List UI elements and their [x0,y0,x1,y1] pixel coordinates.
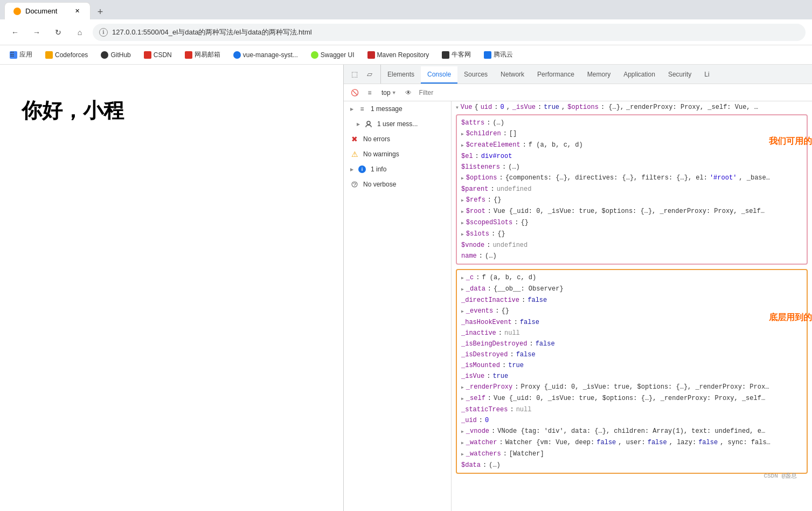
tab-network[interactable]: Network [494,66,531,84]
bookmark-label: GitHub [110,51,130,59]
expand-vnode-icon[interactable] [461,427,464,437]
prop-isbeingdestroyed: _isBeingDestroyed: false [457,339,807,349]
gap [452,266,812,268]
bookmark-label: CSDN [154,51,172,59]
expand-root-icon[interactable] [461,207,464,217]
expand-self-icon[interactable] [461,394,464,404]
new-tab-button[interactable]: + [93,4,108,19]
sidebar-item-errors[interactable]: ✖ No errors [344,132,451,147]
security-icon: ℹ [99,28,108,37]
prop-scopedslots: $scopedSlots: {} [457,217,807,229]
console-sidebar: ≡ 1 message 1 user mess... ✖ No errors [344,101,452,511]
tab-more[interactable]: Li [698,66,716,84]
toggle-sidebar-button[interactable]: ≡ [363,86,376,99]
tab-sources[interactable]: Sources [457,66,494,84]
messages-label: 1 message [371,105,402,113]
vue-icon [233,51,241,59]
expand-c-icon[interactable] [461,273,464,283]
expand-refs-icon[interactable] [461,196,464,205]
console-messages: Vue { uid: 0, _isVue: true, $options: {…… [452,101,812,511]
prop-c: _c: f (a, b, c, d) [457,272,807,284]
bookmark-swagger[interactable]: Swagger UI [308,50,358,60]
maven-icon [367,51,375,59]
bookmark-vue-manage[interactable]: vue-manage-syst... [230,50,301,60]
expand-watcher-icon[interactable] [461,438,464,448]
sidebar-item-info[interactable]: i 1 info [344,162,451,177]
context-selector[interactable]: top ▼ [378,88,400,98]
tab-security[interactable]: Security [662,66,698,84]
box2-annotation: 底层用到的 [769,312,812,323]
prop-inactive: _inactive: null [457,328,807,339]
tab-elements[interactable]: Elements [381,66,421,84]
active-tab[interactable]: Document ✕ [4,2,91,19]
prop-refs: $refs: {} [457,195,807,206]
prop-listeners: $listeners: (…) [457,162,807,172]
expand-createelement-icon[interactable] [461,141,464,150]
tencent-icon [484,51,491,59]
vue-expand-icon[interactable] [456,105,459,110]
bookmark-github[interactable]: GitHub [98,50,134,60]
expand-scopedslots-icon[interactable] [461,218,464,228]
bookmark-apps[interactable]: ⠿ 应用 [6,49,36,60]
expand-info-icon [350,167,353,172]
prop-children: $children: [] [457,128,807,140]
github-icon [101,51,108,59]
codeforces-icon [45,51,53,59]
eye-icon-button[interactable]: 👁 [402,86,415,99]
sidebar-item-messages[interactable]: ≡ 1 message [344,101,451,116]
clear-console-button[interactable]: 🚫 [348,86,361,99]
expand-options-icon[interactable] [461,174,464,183]
expand-watchers-icon[interactable] [461,450,464,459]
prop-root: $root: Vue {_uid: 0, _isVue: true, $opti… [457,206,807,217]
prop-el: $el: div#root [457,151,807,162]
prop-directinactive: _directInactive: false [457,295,807,306]
verbose-icon [350,180,359,189]
refresh-button[interactable]: ↻ [50,24,67,41]
tab-close-button[interactable]: ✕ [73,7,81,16]
sidebar-item-verbose[interactable]: No verbose [344,177,451,192]
bookmark-163mail[interactable]: 网易邮箱 [182,49,224,60]
bookmark-codeforces[interactable]: Codeforces [42,50,91,60]
sidebar-item-user-messages[interactable]: 1 user mess... [344,116,451,132]
tab-bar: Document ✕ + [0,0,812,19]
tab-favicon [13,8,21,15]
prop-parent: $parent: undefined [457,184,807,195]
forward-button[interactable]: → [28,24,45,41]
bookmark-csdn[interactable]: CSDN [141,50,175,60]
expand-data-icon[interactable] [461,285,464,294]
prop-slots: $slots: {} [457,229,807,240]
svg-point-2 [354,186,355,187]
url-text: 127.0.0.1:5500/04_el与data的两种写法/el与data的两… [112,27,312,37]
inspect-element-button[interactable]: ⬚ [348,68,361,81]
tab-performance[interactable]: Performance [531,66,581,84]
prop-isdestroyed: _isDestroyed: false [457,349,807,360]
expand-slots-icon[interactable] [461,230,464,239]
filter-input[interactable] [417,89,808,96]
devtools-panel: ⬚ ▱ Elements Console Sources Network Per… [343,65,812,511]
back-button[interactable]: ← [6,24,24,41]
prop-self: _self: Vue {_uid: 0, _isVue: true, $opti… [457,393,807,404]
expand-renderproxy-icon[interactable] [461,383,464,392]
prop-statictrees: _staticTrees: null [457,404,807,415]
expand-events-icon[interactable] [461,307,464,316]
chevron-down-icon: ▼ [392,90,397,95]
expand-children-icon[interactable] [461,129,464,139]
bookmark-tencent-cloud[interactable]: 腾讯云 [481,49,516,60]
bookmark-label: Codeforces [55,51,88,59]
bookmark-maven[interactable]: Maven Repository [364,50,433,60]
address-bar[interactable]: ℹ 127.0.0.1:5500/04_el与data的两种写法/el与data… [93,24,806,41]
bookmark-nowcoder[interactable]: 牛客网 [439,49,474,60]
user-messages-label: 1 user mess... [377,120,418,128]
sidebar-item-warnings[interactable]: ⚠ No warnings [344,147,451,162]
device-mode-button[interactable]: ▱ [363,68,376,81]
bookmark-label: 网易邮箱 [195,50,220,59]
home-button[interactable]: ⌂ [71,24,88,41]
prop-watcher: _watcher: Watcher {vm: Vue, deep: false … [457,437,807,448]
tab-console[interactable]: Console [421,66,457,84]
watermark: CSDN @盏息 [452,469,801,482]
apps-icon: ⠿ [10,51,17,59]
tab-application[interactable]: Application [617,66,662,84]
page-title: 你好，小程 [0,65,343,125]
tab-memory[interactable]: Memory [581,66,617,84]
prop-vnode: $vnode: undefined [457,240,807,251]
